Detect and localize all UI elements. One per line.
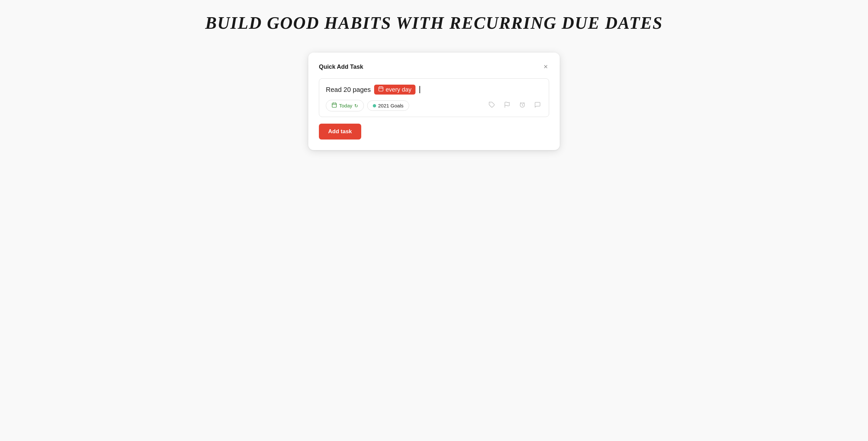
label-icon bbox=[489, 101, 495, 110]
svg-line-12 bbox=[524, 102, 524, 103]
calendar-icon bbox=[332, 102, 337, 109]
page-title: Build Good Habits With Recurring Due Dat… bbox=[205, 13, 662, 33]
recurring-badge[interactable]: every day bbox=[374, 84, 415, 95]
alarm-icon-button[interactable] bbox=[518, 100, 527, 111]
task-text: Read 20 pages bbox=[326, 86, 371, 94]
task-input-area: Read 20 pages every day bbox=[319, 78, 549, 117]
quick-add-dialog: Quick Add Task × Read 20 pages every day bbox=[308, 53, 560, 150]
project-button-label: 2021 Goals bbox=[378, 103, 404, 108]
svg-line-11 bbox=[520, 102, 521, 103]
text-cursor bbox=[420, 86, 420, 93]
svg-rect-4 bbox=[332, 103, 336, 107]
calendar-recurring-icon bbox=[378, 86, 384, 93]
recurring-badge-label: every day bbox=[386, 86, 411, 93]
flag-icon bbox=[504, 101, 510, 110]
dialog-title: Quick Add Task bbox=[319, 64, 363, 70]
project-dot bbox=[373, 104, 376, 107]
comment-icon-button[interactable] bbox=[533, 100, 542, 111]
svg-rect-0 bbox=[379, 87, 383, 91]
date-button[interactable]: Today ↻ bbox=[326, 100, 364, 111]
alarm-icon bbox=[519, 101, 526, 110]
icon-actions bbox=[487, 100, 542, 111]
close-button[interactable]: × bbox=[542, 62, 549, 72]
date-button-label: Today bbox=[339, 103, 352, 108]
recurring-arrow-icon: ↻ bbox=[354, 103, 358, 108]
flag-icon-button[interactable] bbox=[502, 100, 512, 111]
dialog-header: Quick Add Task × bbox=[319, 62, 549, 72]
task-meta-row: Today ↻ 2021 Goals bbox=[326, 100, 542, 111]
label-icon-button[interactable] bbox=[487, 100, 497, 111]
add-task-button[interactable]: Add task bbox=[319, 124, 361, 139]
task-text-row: Read 20 pages every day bbox=[326, 84, 542, 95]
project-button[interactable]: 2021 Goals bbox=[367, 101, 409, 111]
comment-icon bbox=[534, 101, 541, 110]
